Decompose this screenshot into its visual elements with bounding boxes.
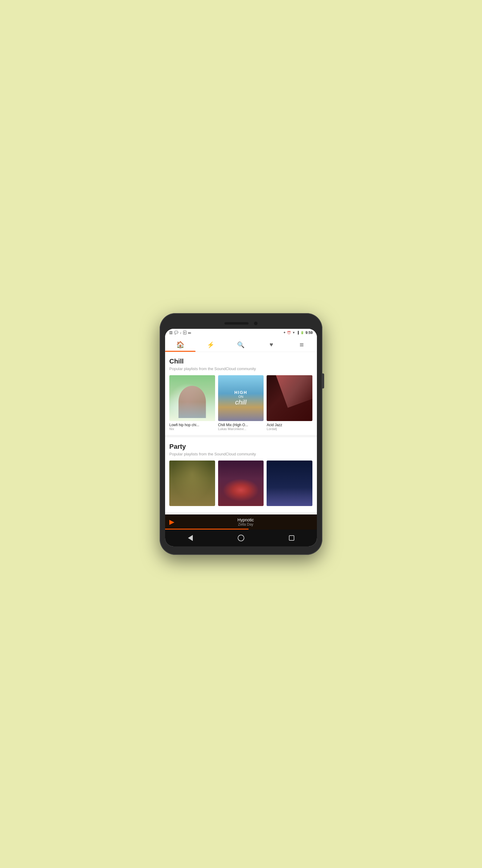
high-text: HIGH xyxy=(234,390,247,395)
playlist-acid[interactable]: Acid Jazz Lordafj xyxy=(267,375,312,431)
status-right-icons: ✦ ⏰ ▼ ▐ 🔋 9:59 xyxy=(283,331,313,335)
thumb-party3-bg xyxy=(267,461,312,506)
home-circle-icon xyxy=(238,535,244,541)
android-home-button[interactable] xyxy=(237,534,245,542)
search-icon: 🔍 xyxy=(237,341,245,348)
back-triangle-icon xyxy=(188,535,193,541)
now-playing-title: Hypnotic xyxy=(179,518,313,522)
playlist-name-chill: Chill Mix (High O... xyxy=(218,423,264,427)
camera-dot xyxy=(254,321,258,325)
phone-device: 🖼 💬 ♪ e ⏭ ✦ ⏰ ▼ ▐ 🔋 9:59 🏠 ⚡ xyxy=(160,313,322,555)
thumb-acid-bg xyxy=(267,375,312,421)
chill-playlist-row: Lowfi hip hop chi... Nix HIGH ON chill xyxy=(169,375,313,431)
music-status-icon: ♪ xyxy=(180,331,182,335)
signal-status-icon: ▐ xyxy=(297,331,299,334)
playlist-thumb-acid xyxy=(267,375,312,421)
speaker-slot xyxy=(224,322,249,324)
playlist-chill[interactable]: HIGH ON chill Chill Mix (High O... Lukas… xyxy=(218,375,264,431)
thumb-chill-overlay: HIGH ON chill xyxy=(218,375,264,421)
playlist-thumb-party2 xyxy=(218,461,264,506)
playlist-thumb-party1 xyxy=(169,461,215,506)
play-button[interactable]: ▶ xyxy=(169,518,174,526)
thumb-party2-bg xyxy=(218,461,264,506)
playback-progress xyxy=(165,529,249,530)
thumb-chill-bg: HIGH ON chill xyxy=(218,375,264,421)
whatsapp-status-icon: 💬 xyxy=(174,331,178,335)
media-status-icon: ⏭ xyxy=(188,331,191,335)
playlist-author-chill: Lukas Marcinkevi... xyxy=(218,427,264,431)
recent-square-icon xyxy=(289,535,294,541)
main-content: Chill Popular playlists from the SoundCl… xyxy=(165,352,317,515)
wifi-status-icon: ▼ xyxy=(292,331,295,334)
chill-title: Chill xyxy=(169,358,313,365)
nav-menu[interactable]: ≡ xyxy=(287,337,317,351)
side-button xyxy=(322,373,324,389)
lightning-icon: ⚡ xyxy=(207,341,215,348)
nav-likes[interactable]: ♥ xyxy=(256,337,287,351)
party-playlist-row xyxy=(169,461,313,508)
chill-section: Chill Popular playlists from the SoundCl… xyxy=(165,352,317,435)
party-subtitle: Popular playlists from the SoundCloud co… xyxy=(169,452,313,456)
thumb-party1-bg xyxy=(169,461,215,506)
phone-screen: 🖼 💬 ♪ e ⏭ ✦ ⏰ ▼ ▐ 🔋 9:59 🏠 ⚡ xyxy=(165,329,317,547)
playlist-party1[interactable] xyxy=(169,461,215,508)
now-playing-bar[interactable]: ▶ Hypnotic Zella Day xyxy=(165,515,317,530)
thumb-lowfi-figure xyxy=(178,386,206,418)
playlist-author-acid: Lordafj xyxy=(267,427,312,431)
nav-home[interactable]: 🏠 xyxy=(165,337,195,352)
android-recent-button[interactable] xyxy=(287,534,296,542)
playlist-party2[interactable] xyxy=(218,461,264,508)
playlist-name-lowfi: Lowfi hip hop chi... xyxy=(169,423,215,427)
playlist-name-acid: Acid Jazz xyxy=(267,423,312,427)
android-back-button[interactable] xyxy=(186,534,195,542)
status-time: 9:59 xyxy=(306,331,313,335)
alarm-status-icon: ⏰ xyxy=(287,331,291,334)
playlist-thumb-chill: HIGH ON chill xyxy=(218,375,264,421)
now-playing-info: Hypnotic Zella Day xyxy=(179,518,313,527)
phone-top-bar xyxy=(165,321,317,325)
thumb-lowfi-bg xyxy=(169,375,215,421)
image-status-icon: 🖼 xyxy=(169,331,172,335)
e-status-icon: e xyxy=(183,331,187,335)
on-text: ON xyxy=(238,395,244,398)
status-bar: 🖼 💬 ♪ e ⏭ ✦ ⏰ ▼ ▐ 🔋 9:59 xyxy=(165,329,317,337)
chill-subtitle: Popular playlists from the SoundCloud co… xyxy=(169,367,313,371)
nav-search[interactable]: 🔍 xyxy=(226,337,256,351)
nav-discover[interactable]: ⚡ xyxy=(195,337,226,351)
playlist-lowfi[interactable]: Lowfi hip hop chi... Nix xyxy=(169,375,215,431)
nav-bar: 🏠 ⚡ 🔍 ♥ ≡ xyxy=(165,337,317,352)
playlist-thumb-party3 xyxy=(267,461,312,506)
party-section: Party Popular playlists from the SoundCl… xyxy=(165,437,317,513)
home-icon: 🏠 xyxy=(176,341,184,349)
party-title: Party xyxy=(169,443,313,451)
bluetooth-status-icon: ✦ xyxy=(283,331,286,334)
playlist-thumb-lowfi xyxy=(169,375,215,421)
chill-text: chill xyxy=(235,398,247,406)
battery-status-icon: 🔋 xyxy=(300,331,304,334)
heart-icon: ♥ xyxy=(269,341,273,348)
playlist-author-lowfi: Nix xyxy=(169,427,215,431)
menu-icon: ≡ xyxy=(300,341,304,348)
status-left-icons: 🖼 💬 ♪ e ⏭ xyxy=(169,331,191,335)
now-playing-artist: Zella Day xyxy=(179,522,313,527)
android-nav xyxy=(165,530,317,547)
playlist-party3[interactable] xyxy=(267,461,312,508)
